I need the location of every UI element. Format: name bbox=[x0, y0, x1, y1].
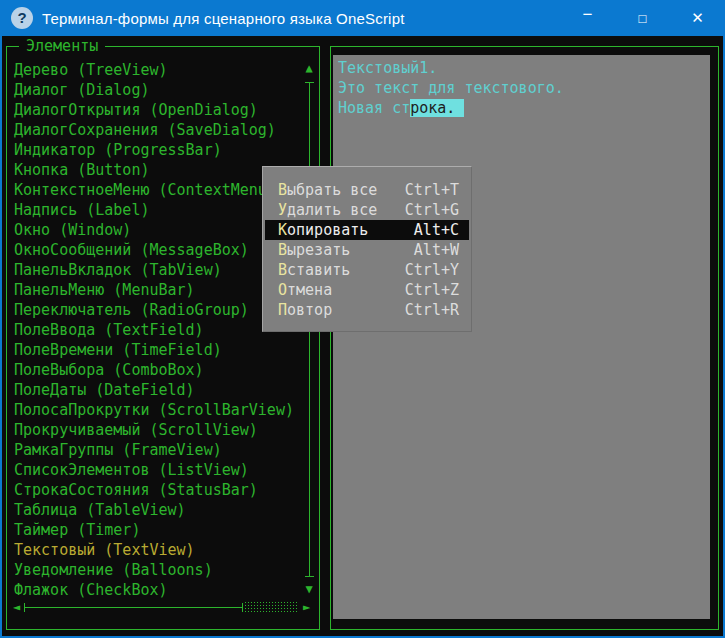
list-item[interactable]: Переключатель (RadioGroup) bbox=[10, 300, 295, 320]
menu-item-delete-all[interactable]: Удалить все Ctrl+G bbox=[265, 200, 469, 220]
titlebar: ? Терминал-формы для сценарного языка On… bbox=[0, 0, 725, 36]
menu-item-label: Повтор bbox=[278, 300, 332, 320]
list-item[interactable]: Флажок (CheckBox) bbox=[10, 580, 295, 600]
list-item[interactable]: Прокручиваемый (ScrollView) bbox=[10, 420, 295, 440]
hotkey-letter: В bbox=[278, 241, 287, 259]
menu-item-label: Вырезать bbox=[278, 240, 350, 260]
window-title: Терминал-формы для сценарного языка OneS… bbox=[42, 10, 405, 27]
hotkey-letter: К bbox=[278, 221, 287, 239]
list-item[interactable]: ПанельМеню (MenuBar) bbox=[10, 280, 295, 300]
label-rest: ыбрать все bbox=[287, 181, 377, 199]
menu-item-shortcut: Ctrl+Y bbox=[405, 260, 459, 280]
menu-item-shortcut: Alt+W bbox=[414, 240, 459, 260]
horizontal-scrollbar[interactable]: ◄ ► bbox=[10, 599, 313, 615]
hotkey-letter: В bbox=[278, 261, 287, 279]
textview-line: Новая строка. bbox=[338, 98, 705, 118]
list-item[interactable]: ПолеВыбора (ComboBox) bbox=[10, 360, 295, 380]
label-rest: опировать bbox=[287, 221, 368, 239]
menu-item-undo[interactable]: Отмена Ctrl+Z bbox=[265, 280, 469, 300]
textview-line: Это текст для текстового. bbox=[338, 78, 705, 98]
app-window: ? Терминал-формы для сценарного языка On… bbox=[0, 0, 725, 638]
list-item[interactable]: Надпись (Label) bbox=[10, 200, 295, 220]
context-menu: Выбрать все Ctrl+T Удалить все Ctrl+G Ко… bbox=[262, 166, 472, 332]
menu-item-paste[interactable]: Вставить Ctrl+Y bbox=[265, 260, 469, 280]
hotkey-letter: П bbox=[278, 301, 287, 319]
help-question-icon: ? bbox=[11, 7, 33, 29]
menu-item-shortcut: Ctrl+R bbox=[405, 300, 459, 320]
scroll-up-icon[interactable]: ▲ bbox=[305, 61, 312, 75]
list-item[interactable]: КонтекстноеМеню (ContextMenu) bbox=[10, 180, 295, 200]
list-item[interactable]: ПанельВкладок (TabView) bbox=[10, 260, 295, 280]
minimize-button[interactable]: − bbox=[560, 0, 615, 36]
list-item[interactable]: Кнопка (Button) bbox=[10, 160, 295, 180]
scroll-down-icon[interactable]: ▼ bbox=[305, 582, 312, 596]
menu-item-select-all[interactable]: Выбрать все Ctrl+T bbox=[265, 180, 469, 200]
label-rest: овтор bbox=[287, 301, 332, 319]
elements-list: Дерево (TreeView) Диалог (Dialog) Диалог… bbox=[10, 60, 295, 600]
horizontal-scrollbar-thumb[interactable] bbox=[244, 601, 298, 613]
list-item[interactable]: ПолосаПрокрутки (ScrollBarView) bbox=[10, 400, 295, 420]
menu-item-shortcut: Alt+C bbox=[414, 220, 459, 240]
list-item[interactable]: РамкаГруппы (FrameView) bbox=[10, 440, 295, 460]
close-button[interactable]: ✕ bbox=[670, 0, 725, 36]
label-rest: тмена bbox=[287, 281, 332, 299]
menu-item-shortcut: Ctrl+Z bbox=[405, 280, 459, 300]
label-rest: ставить bbox=[287, 261, 350, 279]
label-rest: далить все bbox=[287, 201, 377, 219]
elements-frame: Элементы Дерево (TreeView) Диалог (Dialo… bbox=[6, 46, 320, 630]
list-item-selected[interactable]: Текстовый (TextView) bbox=[10, 540, 295, 560]
list-item[interactable]: Уведомление (Balloons) bbox=[10, 560, 295, 580]
menu-item-label: Выбрать все bbox=[278, 180, 377, 200]
maximize-button[interactable]: □ bbox=[615, 0, 670, 36]
label-rest: ырезать bbox=[287, 241, 350, 259]
list-item[interactable]: Диалог (Dialog) bbox=[10, 80, 295, 100]
list-item[interactable]: ПолеДаты (DateField) bbox=[10, 380, 295, 400]
horizontal-scrollbar-track[interactable] bbox=[24, 607, 243, 608]
textview-text: Новая ст bbox=[338, 99, 410, 117]
list-item[interactable]: ДиалогОткрытия (OpenDialog) bbox=[10, 100, 295, 120]
list-item[interactable]: ПолеВремени (TimeField) bbox=[10, 340, 295, 360]
list-item[interactable]: СписокЭлементов (ListView) bbox=[10, 460, 295, 480]
list-item[interactable]: ПолеВвода (TextField) bbox=[10, 320, 295, 340]
list-item[interactable]: Таблица (TableView) bbox=[10, 500, 295, 520]
textview-frame: Текстовый1. Это текст для текстового. Но… bbox=[330, 46, 719, 630]
list-item[interactable]: Индикатор (ProgressBar) bbox=[10, 140, 295, 160]
menu-item-label: Удалить все bbox=[278, 200, 377, 220]
menu-item-label: Копировать bbox=[278, 220, 368, 240]
textview-line: Текстовый1. bbox=[338, 58, 705, 78]
window-controls: − □ ✕ bbox=[560, 0, 725, 36]
menu-item-redo[interactable]: Повтор Ctrl+R bbox=[265, 300, 469, 320]
menu-item-label: Вставить bbox=[278, 260, 350, 280]
menu-item-copy[interactable]: Копировать Alt+C bbox=[265, 220, 469, 240]
hotkey-letter: У bbox=[278, 201, 287, 219]
elements-frame-title: Элементы bbox=[19, 37, 105, 56]
menu-item-shortcut: Ctrl+T bbox=[405, 180, 459, 200]
hotkey-letter: О bbox=[278, 281, 287, 299]
menu-item-shortcut: Ctrl+G bbox=[405, 200, 459, 220]
list-item[interactable]: ОкноСообщений (MessageBox) bbox=[10, 240, 295, 260]
list-item[interactable]: Окно (Window) bbox=[10, 220, 295, 240]
list-item[interactable]: Таймер (Timer) bbox=[10, 520, 295, 540]
list-item[interactable]: Дерево (TreeView) bbox=[10, 60, 295, 80]
textview-area[interactable]: Текстовый1. Это текст для текстового. Но… bbox=[333, 55, 710, 619]
terminal-body: Элементы Дерево (TreeView) Диалог (Dialo… bbox=[2, 36, 723, 636]
textview-selected-text: рока. bbox=[410, 99, 464, 117]
hotkey-letter: В bbox=[278, 181, 287, 199]
menu-item-label: Отмена bbox=[278, 280, 332, 300]
list-item[interactable]: СтрокаСостояния (StatusBar) bbox=[10, 480, 295, 500]
menu-item-cut[interactable]: Вырезать Alt+W bbox=[265, 240, 469, 260]
scroll-right-icon[interactable]: ► bbox=[300, 599, 313, 615]
scroll-left-icon[interactable]: ◄ bbox=[10, 599, 23, 615]
list-item[interactable]: ДиалогСохранения (SaveDialog) bbox=[10, 120, 295, 140]
